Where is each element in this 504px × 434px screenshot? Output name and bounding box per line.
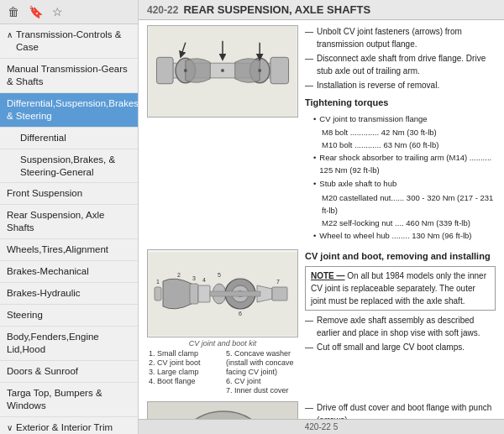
svg-text:6: 6 [239, 311, 242, 316]
tightening-heading: Tightening torques [305, 96, 496, 110]
cv-diagram-caption: CV joint and boot kit [147, 339, 298, 348]
top-section: Unbolt CV joint fasteners (arrows) from … [147, 25, 496, 243]
bottom-section: AXLE SHAFTS Drive off dust cover and boo… [147, 401, 496, 419]
sidebar-item-label: Wheels,Tires,Alignment [7, 243, 133, 256]
sidebar-item-label: Targa Top, Bumpers & Windows [7, 387, 133, 412]
sidebar-item-label: Rear Suspension, Axle Shafts [7, 209, 133, 234]
svg-point-8 [258, 69, 261, 72]
axle-diagram-top [147, 25, 298, 118]
footer-label: 420-22 5 [305, 422, 338, 431]
sidebar-item-label: Manual Transmission-Gears & Shafts [7, 63, 133, 88]
bullet-drive-off: Drive off dust cover and boot flange wit… [305, 401, 496, 419]
note-box: NOTE — On all but 1984 models only the i… [305, 266, 496, 311]
bookmark-icon[interactable]: 🔖 [27, 3, 44, 20]
sidebar-item-transmission-controls[interactable]: ∧Transmission-Controls & Case [0, 24, 138, 59]
svg-rect-25 [210, 291, 260, 296]
sidebar-item-label: Front Suspension [7, 187, 133, 200]
sidebar-item-label: Differential,Suspension,Brakes & Steerin… [7, 97, 138, 123]
svg-text:3: 3 [192, 275, 196, 281]
trash-icon[interactable]: 🗑 [5, 3, 22, 20]
sidebar-item-exterior-trim[interactable]: ∨Exterior & Interior Trim [0, 417, 138, 434]
sidebar-item-label: Brakes-Hydraulic [7, 287, 133, 300]
sidebar-item-rear-suspension[interactable]: Rear Suspension, Axle Shafts [0, 205, 138, 239]
chevron-up-icon: ∧ [7, 29, 13, 40]
sidebar-item-label: Doors & Sunroof [7, 365, 133, 378]
doc-title: REAR SUSPENSION, AXLE SHAFTS [183, 3, 370, 16]
bullet-cut-clamps: Cut off small and large CV boot clamps. [305, 341, 496, 353]
svg-rect-3 [270, 57, 289, 83]
sidebar-item-label: Exterior & Interior Trim [16, 421, 133, 434]
bullet-installation: Installation is reverse of removal. [305, 79, 496, 92]
sidebar-item-brakes-mechanical[interactable]: Brakes-Mechanical [0, 261, 138, 283]
footer-bar: 420-22 5 [139, 419, 504, 434]
torque-table: CV joint to transmission flange M8 bolt … [305, 112, 496, 243]
bullet-disconnect: Disconnect axle shaft from drive flange.… [305, 52, 496, 77]
cv-instructions: CV joint and boot, removing and installi… [305, 249, 496, 395]
page-number: 420-22 [147, 4, 178, 16]
boot-instructions: Drive off dust cover and boot flange wit… [305, 401, 496, 419]
sidebar-item-manual-transmission[interactable]: Manual Transmission-Gears & Shafts [0, 59, 138, 93]
svg-rect-2 [156, 57, 173, 83]
bullet-unbolt: Unbolt CV joint fasteners (arrows) from … [305, 25, 496, 50]
cv-section-heading: CV joint and boot, removing and installi… [305, 249, 496, 264]
sidebar-item-brakes-hydraulic[interactable]: Brakes-Hydraulic [0, 283, 138, 305]
sidebar-item-steering[interactable]: Steering [0, 305, 138, 327]
sidebar-item-differential-suspension[interactable]: Differential,Suspension,Brakes & Steerin… [0, 93, 138, 128]
sidebar-item-label: Steering [7, 309, 133, 322]
doc-header: 420-22 REAR SUSPENSION, AXLE SHAFTS [139, 0, 504, 20]
main-content: 420-22 REAR SUSPENSION, AXLE SHAFTS [139, 0, 504, 434]
svg-point-6 [184, 69, 187, 72]
bullet-remove-axle: Remove axle shaft assembly as described … [305, 314, 496, 339]
svg-rect-13 [190, 284, 198, 304]
cv-legend: 1. Small clamp 5. Concave washer 2. CV j… [147, 349, 298, 395]
svg-rect-15 [198, 285, 210, 302]
doc-body: Unbolt CV joint fasteners (arrows) from … [139, 20, 504, 419]
sidebar-item-doors-sunroof[interactable]: Doors & Sunroof [0, 361, 138, 383]
svg-rect-23 [272, 287, 287, 301]
sidebar-item-suspension-sub[interactable]: Suspension,Brakes, & Steering-General [0, 149, 138, 184]
sidebar-item-front-suspension[interactable]: Front Suspension [0, 183, 138, 205]
sidebar-item-body-fenders[interactable]: Body,Fenders,Engine Lid,Hood [0, 327, 138, 361]
sidebar-list: ∧Transmission-Controls & CaseManual Tran… [0, 24, 138, 434]
svg-text:2: 2 [177, 272, 181, 278]
svg-text:1: 1 [156, 279, 160, 285]
sidebar-item-wheels-tires[interactable]: Wheels,Tires,Alignment [0, 239, 138, 261]
sidebar: 🗑 🔖 ☆ ∧Transmission-Controls & CaseManua… [0, 0, 139, 434]
sidebar-toolbar: 🗑 🔖 ☆ [0, 0, 138, 24]
note-title: NOTE — [311, 271, 345, 280]
sidebar-item-label: Brakes-Mechanical [7, 265, 133, 278]
chevron-down-icon: ∨ [7, 422, 13, 433]
sidebar-item-label: Differential [20, 132, 133, 144]
sidebar-item-differential-sub[interactable]: Differential [0, 128, 138, 149]
sidebar-item-label: Transmission-Controls & Case [16, 29, 133, 54]
punch-diagram [147, 401, 298, 419]
cv-joint-diagram: 1 2 3 4 5 [147, 249, 298, 337]
svg-point-7 [221, 69, 224, 72]
svg-text:4: 4 [202, 277, 206, 283]
cv-section: 1 2 3 4 5 [147, 249, 496, 395]
sidebar-item-label: Body,Fenders,Engine Lid,Hood [7, 331, 133, 356]
svg-text:5: 5 [218, 272, 221, 278]
svg-rect-10 [155, 287, 161, 301]
sidebar-item-label: Suspension,Brakes, & Steering-General [20, 154, 133, 179]
star-icon[interactable]: ☆ [49, 3, 66, 20]
svg-text:7: 7 [276, 279, 280, 285]
sidebar-item-targa-top[interactable]: Targa Top, Bumpers & Windows [0, 383, 138, 417]
removal-instructions: Unbolt CV joint fasteners (arrows) from … [305, 25, 496, 243]
